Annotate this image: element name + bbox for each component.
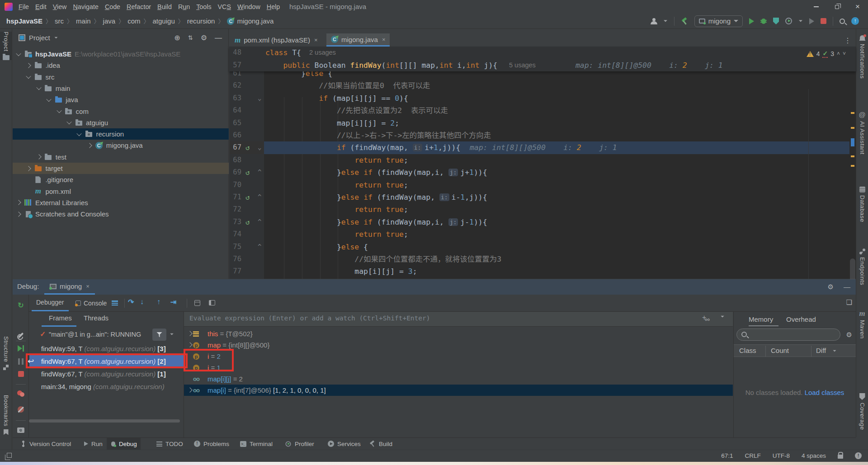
tree-item-migong.java[interactable]: Cmigong.java — [13, 140, 229, 151]
code-line-62[interactable]: 62 //如果当前位置是0 代表可以走 — [229, 80, 856, 92]
layout-settings-icon[interactable] — [209, 300, 215, 305]
debug-button[interactable] — [760, 18, 767, 24]
recursive-call-icon[interactable]: ↺ — [245, 141, 250, 154]
chevron-expanded-icon[interactable] — [66, 119, 71, 124]
tree-item-com[interactable]: com — [13, 106, 229, 117]
tab-options-icon[interactable]: ⋮ — [844, 36, 851, 45]
tab-threads[interactable]: Threads — [84, 314, 108, 322]
chevron-expanded-icon[interactable] — [16, 51, 21, 56]
step-over-icon[interactable]: ↷ — [128, 298, 134, 306]
variable-row-mapij[interactable]: oomap[i][j] = 2 — [184, 373, 733, 385]
chevron-collapsed-icon[interactable] — [87, 143, 92, 148]
menu-tools[interactable]: Tools — [193, 3, 214, 10]
step-into-icon[interactable]: ↓ — [140, 298, 144, 306]
memory-search-input[interactable] — [736, 329, 840, 341]
stripe-maven[interactable]: mMaven — [856, 310, 868, 339]
toolwindow-button-run[interactable]: Run — [80, 438, 106, 450]
tree-item-.idea[interactable]: .idea — [13, 60, 229, 71]
menu-help[interactable]: Help — [264, 3, 283, 10]
next-issue-icon[interactable]: ˅ — [843, 51, 846, 57]
stripe-structure[interactable]: Structure — [0, 336, 12, 370]
menu-refactor[interactable]: Refactor — [123, 3, 154, 10]
chevron-collapsed-icon[interactable] — [187, 331, 192, 336]
variable-row-mapi[interactable]: oomap[i] = {int[7]@506} [1, 2, 1, 0, 0, … — [184, 385, 733, 396]
toolwindow-button-profiler[interactable]: Profiler — [281, 438, 318, 450]
project-panel-header[interactable]: Project — [19, 34, 58, 42]
run-disabled-button[interactable] — [809, 18, 814, 24]
tab-migong-java[interactable]: C migong.java × — [326, 33, 390, 47]
menu-code[interactable]: Code — [102, 3, 123, 10]
stop-button[interactable] — [821, 18, 826, 24]
tab-frames[interactable]: Frames — [49, 314, 72, 322]
code-line-63[interactable]: 63⌄ if (map[i][j] == 0){ — [229, 92, 856, 104]
toolwindow-button-services[interactable]: Services — [324, 438, 364, 450]
code-line-70[interactable]: 70 return true; — [229, 179, 856, 191]
breadcrumb-recursion[interactable]: recursion — [187, 17, 215, 25]
prev-issue-icon[interactable]: ˄ — [837, 51, 840, 57]
code-line-65[interactable]: 65 map[i][j] = 2; — [229, 117, 856, 129]
stop-icon[interactable] — [13, 371, 29, 378]
run-configuration-select[interactable]: migong — [694, 15, 743, 27]
run-to-cursor-icon[interactable]: ⇥ — [170, 298, 176, 306]
usages-hint[interactable]: 5 usages — [509, 59, 536, 71]
search-everywhere-icon[interactable] — [840, 19, 845, 24]
evaluate-chevron-icon[interactable] — [721, 316, 724, 318]
chevron-collapsed-icon[interactable] — [26, 63, 31, 68]
recursive-call-icon[interactable]: ↺ — [245, 166, 250, 178]
filter-button[interactable] — [152, 329, 166, 341]
thread-selector[interactable]: ✓ "main"@1 in g...ain": RUNNING — [29, 328, 195, 342]
code-line-64[interactable]: 64 //先把该点设置为2 表示可以走 — [229, 104, 856, 117]
code-line-74[interactable]: 74 return true; — [229, 228, 856, 240]
chevron-collapsed-icon[interactable] — [16, 211, 21, 216]
layout-options-icon[interactable] — [112, 301, 118, 305]
chevron-expanded-icon[interactable] — [77, 131, 82, 136]
tab-memory[interactable]: Memory — [749, 315, 773, 323]
chevron-collapsed-icon[interactable] — [16, 200, 21, 205]
add-watch-icon[interactable] — [702, 315, 708, 322]
debug-hide-icon[interactable]: — — [844, 283, 850, 291]
variable-row-i[interactable]: pi = 2 — [184, 351, 733, 362]
tree-item-src[interactable]: src — [13, 71, 229, 83]
code-line-73[interactable]: 73↺^ }else if (findWay(map,i, j:j-1)){ — [229, 216, 856, 228]
menu-vcs[interactable]: VCS — [215, 3, 234, 10]
menu-file[interactable]: File — [15, 3, 32, 10]
frame-row[interactable]: findWay:67, T (com.atguigu.recursion) [1… — [29, 368, 184, 380]
tree-item-ScratchesandConsoles[interactable]: Scratches and Consoles — [13, 208, 229, 220]
tree-item-pom.xml[interactable]: mpom.xml — [13, 186, 229, 197]
code-line-57[interactable]: 57 public Boolean findWay(int[][] map,in… — [229, 59, 856, 71]
frame-row[interactable]: main:34, migong (com.atguigu.recursion) — [29, 380, 184, 393]
event-log-icon[interactable]: ! — [855, 452, 862, 459]
file-encoding[interactable]: UTF-8 — [773, 452, 790, 459]
tab-console[interactable]: Console — [71, 295, 111, 311]
fold-marker-icon[interactable]: ⌄ — [258, 141, 261, 154]
readonly-lock-icon[interactable] — [838, 455, 843, 459]
chevron-expanded-icon[interactable] — [36, 85, 41, 90]
debugger-settings-icon[interactable] — [13, 330, 29, 338]
chevron-collapsed-icon[interactable] — [187, 342, 192, 347]
step-out-icon[interactable]: ↑ — [157, 298, 160, 306]
collab-chevron-icon[interactable] — [664, 20, 667, 22]
inspections-widget[interactable]: 4 ✓ 3 ˄ ˅ — [807, 50, 846, 58]
stripe-ai-assistant[interactable]: @AI Assistant — [856, 111, 868, 155]
profiler-chevron-icon[interactable] — [799, 20, 802, 22]
tree-item-java[interactable]: java — [13, 94, 229, 105]
column-class[interactable]: Class — [739, 347, 756, 354]
chevron-collapsed-icon[interactable] — [36, 155, 41, 160]
code-line-66[interactable]: 66 //以上->右->下->左的策略往其他四个方向走 — [229, 129, 856, 141]
locate-icon[interactable]: ⊕ — [174, 33, 180, 42]
frames-scrollbar[interactable] — [29, 419, 180, 423]
debug-session-tab[interactable]: migong × — [44, 279, 95, 295]
tab-pom-xml[interactable]: m pom.xml (hspJavaSE) × — [230, 33, 322, 47]
view-breakpoints-icon[interactable] — [13, 390, 29, 398]
indent-style[interactable]: 4 spaces — [802, 452, 826, 459]
variable-row-j[interactable]: pj = 1 — [184, 362, 733, 373]
collaboration-icon[interactable] — [651, 18, 657, 24]
tree-item-atguigu[interactable]: atguigu — [13, 117, 229, 128]
memory-settings-icon[interactable]: ⚙ — [846, 331, 852, 339]
run-button[interactable] — [749, 18, 754, 24]
tab-close-icon[interactable]: × — [314, 37, 318, 43]
hide-panel-icon[interactable]: — — [215, 34, 222, 42]
toolwindow-button-debug[interactable]: Debug — [107, 438, 141, 450]
code-line-76[interactable]: 76 //如果四个位置都走不通，就将该位置置为3 — [229, 253, 856, 265]
chevron-collapsed-icon[interactable] — [26, 166, 31, 171]
